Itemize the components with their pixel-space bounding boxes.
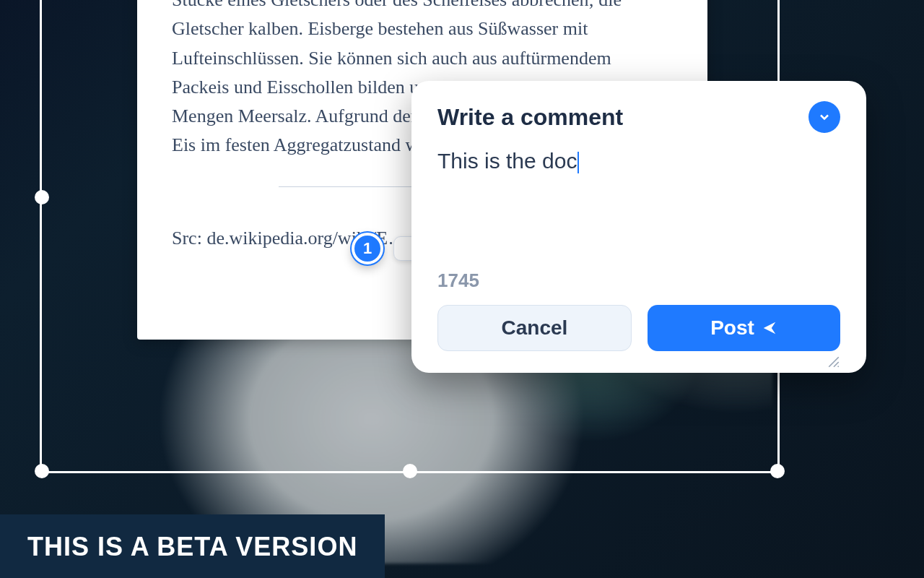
cancel-button-label: Cancel	[502, 316, 568, 340]
post-button-label: Post	[710, 316, 754, 340]
text-caret	[578, 152, 579, 173]
post-button[interactable]: Post	[648, 305, 840, 351]
comment-input-value: This is the doc	[437, 149, 577, 173]
beta-banner: THIS IS A BETA VERSION	[0, 514, 385, 578]
chevron-down-icon	[817, 110, 832, 124]
textarea-resize-grip[interactable]	[827, 355, 840, 371]
canvas-viewport: Stücke eines Gletschers oder des Schelfe…	[0, 0, 924, 578]
beta-banner-text: THIS IS A BETA VERSION	[27, 532, 357, 561]
resize-handle-bottom-right[interactable]	[770, 464, 785, 478]
comment-pin[interactable]: 1	[352, 233, 383, 264]
collapse-button[interactable]	[808, 101, 840, 133]
send-icon	[762, 320, 777, 336]
button-row: Cancel Post	[437, 305, 840, 351]
comment-pin-number: 1	[363, 239, 372, 258]
comment-popover: Write a comment This is the doc 1745 Can…	[411, 81, 866, 373]
comment-input[interactable]: This is the doc	[437, 146, 840, 265]
character-count: 1745	[437, 269, 840, 292]
resize-handle-mid-left[interactable]	[35, 190, 49, 204]
cancel-button[interactable]: Cancel	[437, 305, 632, 351]
resize-handle-bottom-left[interactable]	[35, 464, 49, 478]
comment-popover-title: Write a comment	[437, 104, 623, 131]
resize-handle-bottom-mid[interactable]	[403, 464, 417, 478]
